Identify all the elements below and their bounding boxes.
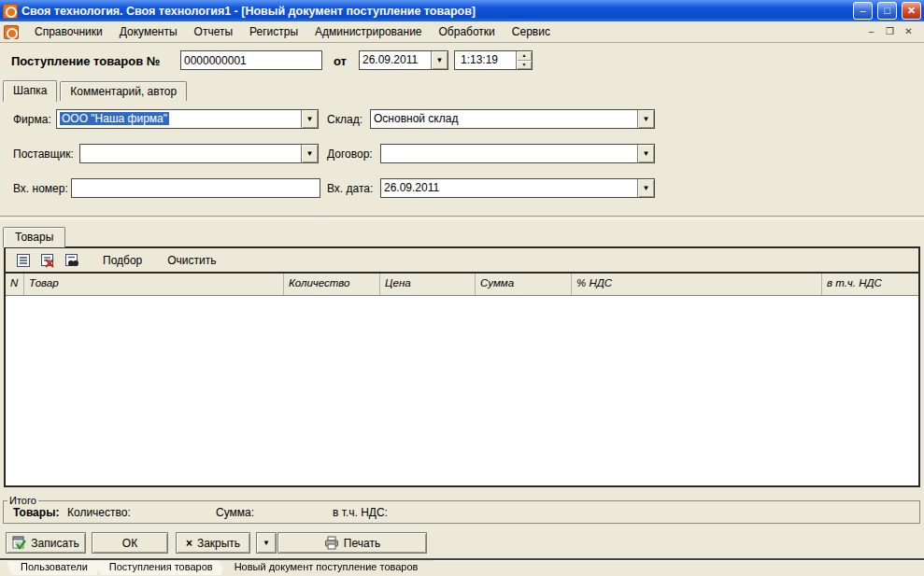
chevron-down-icon[interactable]: ▼ [637,179,654,197]
menu-administrirovanie[interactable]: Администрирование [306,22,430,41]
delete-row-icon [40,253,55,268]
add-row-icon [16,253,31,268]
app-logo-icon [3,4,18,19]
document-date-combobox[interactable]: 26.09.2011 ▼ [359,50,448,70]
menu-servis[interactable]: Сервис [504,22,559,41]
totals-summa-label: Сумма: [216,506,254,519]
sklad-label: Склад: [327,113,362,126]
ochistit-button[interactable]: Очистить [163,252,220,269]
column-header-kolichestvo[interactable]: Количество [284,274,380,295]
document-date-value[interactable]: 26.09.2011 [360,51,431,69]
header-tabs: Шапка Комментарий, автор [3,81,187,101]
firma-label: Фирма: [13,113,51,126]
vh-nomer-input[interactable] [71,178,320,198]
totals-kolichestvo-label: Количество: [67,506,131,519]
document-time-spinner[interactable]: 1:13:19 ▲ ▼ [454,50,533,70]
menu-dokumenty[interactable]: Документы [111,22,186,41]
goods-toolbar: Подбор Очистить [6,248,918,274]
title-bar: Своя технология. Своя технология1 - [Нов… [0,0,924,21]
more-actions-dropdown-button[interactable]: ▼ [256,532,277,554]
mdi-restore-button[interactable]: ❐ [882,25,898,39]
totals-groupbox: Итого Товары: Количество: Сумма: в т.ч. … [3,495,920,524]
close-button-label: Закрыть [197,537,240,550]
menu-otchety[interactable]: Отчеты [186,22,241,41]
vh-data-value[interactable]: 26.09.2011 [381,179,637,197]
chevron-down-icon[interactable]: ▼ [637,145,654,162]
totals-legend: Итого [7,495,38,506]
maximize-button[interactable]: □ [877,2,897,20]
window-title: Своя технология. Своя технология1 - [Нов… [21,5,848,18]
postavshchik-combobox[interactable]: ▼ [79,144,319,163]
bottom-tab-bar: Пользователи Поступления товаров Новый д… [0,558,924,576]
tab-tovary[interactable]: Товары [3,227,65,247]
column-header-n[interactable]: N [6,274,24,295]
column-header-tovar[interactable]: Товар [24,274,284,295]
chevron-down-icon[interactable]: ▼ [301,145,318,162]
mdi-minimize-button[interactable]: – [863,25,879,39]
menu-bar: Справочники Документы Отчеты Регистры Ад… [0,21,924,43]
add-row-button[interactable] [13,251,33,269]
dogovor-combobox[interactable]: ▼ [380,144,655,163]
vh-nomer-label: Вх. номер: [13,182,68,195]
totals-row: Товары: Количество: Сумма: в т.ч. НДС: [4,506,919,521]
ok-button-label: ОК [122,537,137,550]
firma-value[interactable]: ООО "Наша фирма" [57,110,301,128]
ok-button[interactable]: ОК [92,532,168,554]
goods-table-body[interactable] [6,296,918,485]
dogovor-value[interactable] [381,145,637,162]
postavshchik-label: Поставщик: [13,148,74,161]
column-header-nds[interactable]: % НДС [572,274,822,295]
time-spinner-buttons: ▲ ▼ [516,51,532,69]
close-x-icon: × [186,537,192,550]
minimize-button[interactable]: – [853,2,873,20]
sklad-combobox[interactable]: Основной склад ▼ [370,109,655,129]
close-document-button[interactable]: × Закрыть [176,532,250,554]
postavshchik-value[interactable] [80,145,301,162]
save-icon [12,536,26,550]
goods-table-panel: Подбор Очистить N Товар Количество Цена … [4,246,920,487]
vh-data-combobox[interactable]: 26.09.2011 ▼ [380,178,655,198]
mdi-window-controls: – ❐ ✕ [863,25,920,39]
chevron-down-icon[interactable]: ▼ [301,110,318,128]
print-icon [324,536,339,550]
menu-registry[interactable]: Регистры [241,22,306,41]
spinner-down-icon[interactable]: ▼ [517,61,532,70]
print-button-label: Печать [344,537,380,550]
spinner-up-icon[interactable]: ▲ [517,51,532,61]
tab-shapka[interactable]: Шапка [3,80,57,102]
document-header: Поступление товаров № от 26.09.2011 ▼ 1:… [0,43,924,80]
find-row-button[interactable] [62,251,81,269]
chevron-down-icon[interactable]: ▼ [431,51,448,69]
firma-combobox[interactable]: ООО "Наша фирма" ▼ [56,109,319,129]
sklad-value[interactable]: Основной склад [371,110,637,128]
mdi-close-button[interactable]: ✕ [901,25,917,39]
menu-obrabotki[interactable]: Обработки [431,22,504,41]
find-icon [64,253,79,268]
goods-table-header: N Товар Количество Цена Сумма % НДС в т.… [6,274,918,296]
mdi-system-menu-icon[interactable] [4,25,19,39]
dropdown-arrow-icon: ▼ [263,539,270,547]
podbor-button[interactable]: Подбор [99,252,146,269]
save-button[interactable]: Записать [6,532,86,554]
close-button[interactable]: ✕ [902,2,921,20]
print-button[interactable]: Печать [277,532,427,554]
document-title-label: Поступление товаров № [11,54,160,68]
totals-tovary-label: Товары: [13,506,59,519]
application-window: Своя технология. Своя технология1 - [Нов… [0,0,924,576]
column-header-tsena[interactable]: Цена [380,274,476,295]
bottom-tab-polzovateli[interactable]: Пользователи [6,560,103,575]
from-label: от [334,54,347,68]
save-button-label: Записать [31,537,78,550]
menu-spravochniki[interactable]: Справочники [26,22,111,41]
bottom-tab-postupleniya-tovarov[interactable]: Поступления товаров [94,560,228,575]
delete-row-button[interactable] [37,251,57,269]
document-time-value[interactable]: 1:13:19 [455,51,516,69]
document-number-input[interactable] [180,50,322,70]
totals-nds-label: в т.ч. НДС: [333,506,388,519]
column-header-summa[interactable]: Сумма [476,274,572,295]
tab-kommentariy-avtor[interactable]: Комментарий, автор [60,81,187,101]
chevron-down-icon[interactable]: ▼ [637,110,654,128]
bottom-tab-novyy-dokument[interactable]: Новый документ поступление товаров [220,560,434,575]
column-header-vtch-nds[interactable]: в т.ч. НДС [822,274,918,295]
dogovor-label: Договор: [327,148,373,161]
